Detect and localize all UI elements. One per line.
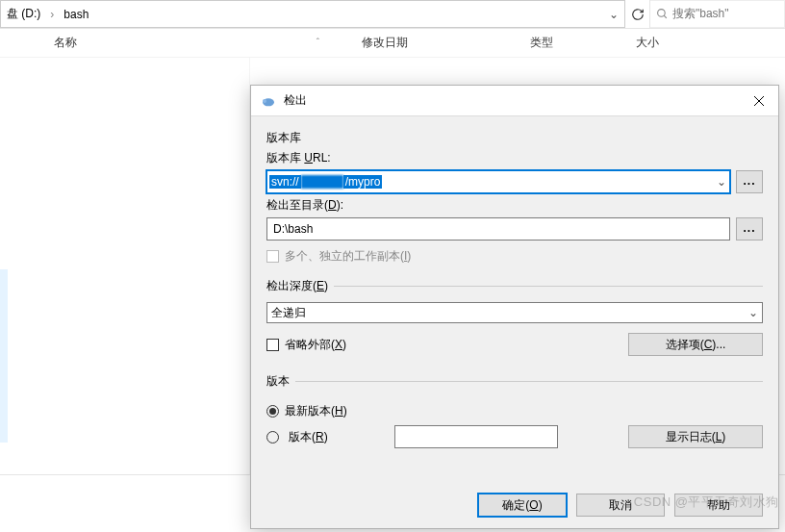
chevron-right-icon: › xyxy=(46,8,58,21)
column-size[interactable]: 大小 xyxy=(620,35,674,51)
address-bar[interactable]: 盘 (D:) › bash ⌄ xyxy=(0,0,625,28)
url-prefix: svn:// xyxy=(269,175,301,189)
close-icon xyxy=(753,95,765,107)
breadcrumb-folder[interactable]: bash xyxy=(58,8,94,21)
checkout-dir-input[interactable] xyxy=(266,217,730,241)
head-revision-label: 最新版本(H) xyxy=(285,403,347,419)
svg-point-3 xyxy=(263,99,266,103)
dialog-title: 检出 xyxy=(284,92,740,109)
url-host-redacted xyxy=(301,175,343,189)
column-modified[interactable]: 修改日期 xyxy=(346,35,515,51)
url-suffix: /mypro xyxy=(343,175,383,189)
browse-url-button[interactable]: ... xyxy=(736,170,763,193)
number-revision-radio[interactable] xyxy=(266,431,279,443)
ok-button[interactable]: 确定(O) xyxy=(478,494,567,517)
file-list-area xyxy=(0,58,250,474)
checkout-dialog: 检出 版本库 版本库 URL: svn:// /mypro ⌄ ... 检出至目… xyxy=(250,85,779,529)
revision-number-input[interactable] xyxy=(394,425,558,448)
choose-items-button[interactable]: 选择项(C)... xyxy=(628,333,763,356)
svg-line-1 xyxy=(664,15,667,18)
svg-point-0 xyxy=(658,10,666,17)
column-headers: 名称 ˆ 修改日期 类型 大小 xyxy=(0,29,785,58)
number-revision-label: 版本(R) xyxy=(289,429,385,445)
search-placeholder: 搜索"bash" xyxy=(672,6,729,22)
column-type[interactable]: 类型 xyxy=(515,35,620,51)
depth-value: 全递归 xyxy=(271,305,306,321)
revision-legend: 版本 xyxy=(266,373,295,390)
depth-select[interactable]: 全递归 ⌄ xyxy=(266,302,763,323)
close-button[interactable] xyxy=(740,86,778,116)
search-icon xyxy=(656,8,669,20)
refresh-button[interactable] xyxy=(625,0,650,28)
help-button[interactable]: 帮助 xyxy=(674,494,763,517)
tortoise-icon xyxy=(261,93,276,109)
head-revision-radio[interactable] xyxy=(266,405,279,418)
search-input[interactable]: 搜索"bash" xyxy=(650,0,785,28)
chevron-down-icon[interactable]: ⌄ xyxy=(603,8,624,21)
depth-legend: 检出深度(E) xyxy=(266,278,334,294)
sort-indicator-icon: ˆ xyxy=(317,38,331,48)
repo-group-label: 版本库 xyxy=(266,130,763,146)
multi-wc-checkbox: 多个、独立的工作副本(I) xyxy=(266,248,411,265)
column-name[interactable]: 名称 xyxy=(54,35,77,51)
url-label: 版本库 URL: xyxy=(266,150,763,166)
cancel-button[interactable]: 取消 xyxy=(576,494,665,517)
breadcrumb-drive[interactable]: 盘 (D:) xyxy=(1,6,46,22)
show-log-button[interactable]: 显示日志(L) xyxy=(628,425,763,448)
browse-dir-button[interactable]: ... xyxy=(736,217,763,241)
chevron-down-icon: ⌄ xyxy=(748,306,758,319)
omit-externals-checkbox[interactable]: 省略外部(X) xyxy=(266,337,346,353)
chevron-down-icon[interactable]: ⌄ xyxy=(712,175,729,189)
checkout-dir-label: 检出至目录(D): xyxy=(266,197,763,214)
repo-url-combo[interactable]: svn:// /mypro ⌄ xyxy=(266,170,730,193)
